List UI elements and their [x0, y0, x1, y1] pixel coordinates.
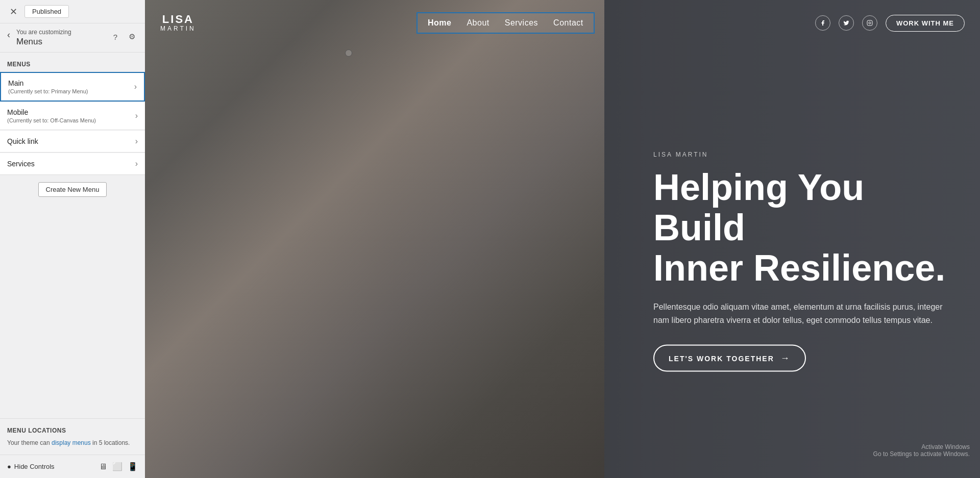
- windows-activation-notice: Activate Windows Go to Settings to activ…: [873, 443, 970, 458]
- nav-services[interactable]: Services: [505, 18, 538, 28]
- hero-cta-label: LET'S WORK TOGETHER: [669, 354, 774, 362]
- create-new-menu-button[interactable]: Create New Menu: [38, 182, 107, 197]
- menu-item-main-left: Main (Currently set to: Primary Menu): [8, 79, 88, 94]
- hide-controls-label: Hide Controls: [14, 463, 55, 470]
- menu-item-mobile-left: Mobile (Currently set to: Off-Canvas Men…: [7, 108, 96, 123]
- menu-item-mobile[interactable]: Mobile (Currently set to: Off-Canvas Men…: [0, 102, 145, 130]
- menu-item-services-title: Services: [7, 160, 35, 168]
- site-header: LISA MARTIN Home About Services Contact …: [145, 0, 980, 46]
- customizing-icons: ? ⚙: [109, 31, 138, 43]
- customizing-section: ‹ You are customizing Menus ? ⚙: [0, 23, 145, 53]
- menus-section-heading: Menus: [0, 53, 145, 72]
- chevron-right-icon: ›: [135, 159, 138, 168]
- hero-description: Pellentesque odio aliquam vitae amet, el…: [653, 300, 949, 326]
- menu-item-mobile-title: Mobile: [7, 108, 96, 116]
- bottom-bar: ● Hide Controls 🖥 ⬜ 📱: [0, 455, 145, 478]
- twitter-icon[interactable]: [839, 15, 854, 31]
- chevron-right-icon: ›: [135, 111, 138, 120]
- menu-item-mobile-subtitle: (Currently set to: Off-Canvas Menu): [7, 117, 96, 123]
- windows-notice-line1: Activate Windows: [873, 443, 970, 450]
- menu-item-quicklink-left: Quick link: [7, 137, 38, 145]
- hero-title-line1: Helping You Build: [653, 166, 864, 247]
- published-button[interactable]: Published: [24, 5, 69, 18]
- device-icons: 🖥 ⬜ 📱: [99, 462, 138, 471]
- top-bar: ✕ Published: [0, 0, 145, 23]
- customizer-panel: ✕ Published ‹ You are customizing Menus …: [0, 0, 145, 478]
- customizing-title: Menus: [16, 37, 71, 47]
- nav-contact[interactable]: Contact: [553, 18, 583, 28]
- site-navigation: Home About Services Contact: [416, 12, 595, 34]
- nav-home[interactable]: Home: [428, 18, 451, 28]
- menu-item-services-left: Services: [7, 160, 35, 168]
- settings-icon[interactable]: ⚙: [126, 31, 138, 43]
- hero-title-line2: Inner Resilience.: [653, 247, 945, 288]
- site-logo: LISA MARTIN: [160, 14, 196, 32]
- help-icon[interactable]: ?: [109, 31, 121, 43]
- chevron-right-icon: ›: [134, 82, 137, 91]
- hide-controls-button[interactable]: ● Hide Controls: [7, 463, 55, 470]
- site-logo-name: LISA: [162, 14, 194, 25]
- close-button[interactable]: ✕: [6, 5, 20, 19]
- hero-person-bg: [145, 0, 604, 478]
- menu-item-quicklink[interactable]: Quick link ›: [0, 131, 145, 153]
- menu-locations-section: Menu Locations Your theme can display me…: [0, 418, 145, 450]
- hero-cta-arrow-icon: →: [780, 353, 791, 364]
- facebook-icon[interactable]: [815, 15, 830, 31]
- menu-item-main-title: Main: [8, 79, 88, 87]
- work-with-me-button[interactable]: WORK WITH ME: [886, 15, 965, 32]
- back-button[interactable]: ‹: [7, 29, 13, 41]
- mobile-icon[interactable]: 📱: [128, 462, 138, 471]
- chevron-right-icon: ›: [135, 137, 138, 146]
- hero-subtitle: LISA MARTIN: [653, 150, 949, 158]
- display-menus-link[interactable]: display menus: [52, 439, 91, 446]
- instagram-icon[interactable]: [862, 15, 877, 31]
- menu-list: Main (Currently set to: Primary Menu) › …: [0, 72, 145, 418]
- top-bar-left: ✕ Published: [6, 5, 69, 19]
- lets-work-together-button[interactable]: LET'S WORK TOGETHER →: [653, 345, 806, 372]
- tablet-icon[interactable]: ⬜: [112, 462, 122, 471]
- svg-rect-0: [867, 20, 872, 26]
- desktop-icon[interactable]: 🖥: [99, 462, 107, 471]
- menu-item-services[interactable]: Services ›: [0, 153, 145, 175]
- menu-locations-desc: Your theme can display menus in 5 locati…: [7, 438, 138, 447]
- preview-area: LISA MARTIN Home About Services Contact …: [145, 0, 980, 478]
- menu-item-main[interactable]: Main (Currently set to: Primary Menu) ›: [0, 72, 145, 102]
- hero-content: LISA MARTIN Helping You Build Inner Resi…: [653, 150, 949, 372]
- menu-locations-title: Menu Locations: [7, 427, 138, 434]
- eye-icon: ●: [7, 463, 11, 470]
- site-logo-surname: MARTIN: [160, 25, 196, 32]
- customizing-text: You are customizing: [16, 29, 71, 36]
- windows-notice-line2: Go to Settings to activate Windows.: [873, 450, 970, 458]
- nav-about[interactable]: About: [467, 18, 489, 28]
- menu-item-quicklink-title: Quick link: [7, 137, 38, 145]
- header-right: WORK WITH ME: [815, 15, 965, 32]
- menu-item-main-subtitle: (Currently set to: Primary Menu): [8, 88, 88, 94]
- hero-title: Helping You Build Inner Resilience.: [653, 167, 949, 288]
